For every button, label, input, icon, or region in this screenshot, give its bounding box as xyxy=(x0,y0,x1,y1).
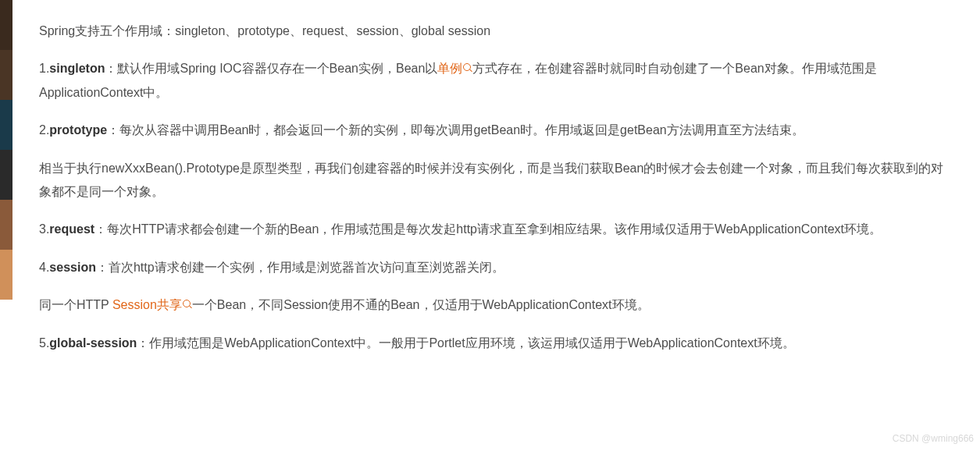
item-colon: ： xyxy=(94,222,107,236)
thumb-stub xyxy=(0,150,12,200)
item-colon: ： xyxy=(105,62,117,75)
item-text-pre: 默认作用域Spring IOC容器仅存在一个Bean实例，Bean以 xyxy=(117,62,437,75)
item-text: 作用域范围是WebApplicationContext中。一般用于Portlet… xyxy=(149,336,794,350)
link-text[interactable]: Session共享 xyxy=(112,298,182,311)
text-pre: 同一个HTTP xyxy=(39,298,109,311)
thumb-stub xyxy=(0,0,12,50)
item-text: 首次http请求创建一个实例，作用域是浏览器首次访问直至浏览器关闭。 xyxy=(109,261,504,274)
item-prototype: 2.prototype：每次从容器中调用Bean时，都会返回一个新的实例，即每次… xyxy=(39,119,953,142)
item-term: session xyxy=(49,261,96,274)
item-singleton: 1.singleton：默认作用域Spring IOC容器仅存在一个Bean实例… xyxy=(39,57,953,105)
item-colon: ： xyxy=(96,261,109,274)
sidebar-thumbnails xyxy=(0,0,12,451)
item-number: 3. xyxy=(39,222,49,236)
thumb-stub xyxy=(0,100,12,150)
item-term: request xyxy=(49,222,94,236)
search-icon[interactable] xyxy=(183,300,192,309)
text-post: 一个Bean，不同Session使用不通的Bean，仅适用于WebApplica… xyxy=(192,298,650,311)
item-number: 5. xyxy=(39,336,49,350)
item-term: prototype xyxy=(49,123,107,137)
thumb-stub xyxy=(0,50,12,100)
thumb-stub xyxy=(0,250,12,300)
intro-paragraph: Spring支持五个作用域：singleton、prototype、reques… xyxy=(39,20,953,43)
prototype-extra-paragraph: 相当于执行newXxxBean().Prototype是原型类型，再我们创建容器… xyxy=(39,157,953,204)
item-colon: ： xyxy=(137,336,149,350)
item-session: 4.session：首次http请求创建一个实例，作用域是浏览器首次访问直至浏览… xyxy=(39,256,953,279)
singleton-link-wrap[interactable]: 单例 xyxy=(437,62,472,75)
link-text[interactable]: 单例 xyxy=(437,62,462,75)
session-extra-paragraph: 同一个HTTP Session共享一个Bean，不同Session使用不通的Be… xyxy=(39,293,953,317)
article-body: Spring支持五个作用域：singleton、prototype、reques… xyxy=(0,0,980,385)
item-request: 3.request：每次HTTP请求都会创建一个新的Bean，作用域范围是每次发… xyxy=(39,218,953,241)
session-link-wrap[interactable]: Session共享 xyxy=(112,298,192,311)
search-icon[interactable] xyxy=(463,63,472,73)
item-number: 4. xyxy=(39,261,49,274)
item-text: 每次从容器中调用Bean时，都会返回一个新的实例，即每次调用getBean时。作… xyxy=(119,123,804,137)
item-number: 1. xyxy=(39,62,49,75)
item-colon: ： xyxy=(107,123,119,137)
item-term: global-session xyxy=(49,336,137,350)
watermark: CSDN @wming666 xyxy=(893,430,974,448)
thumb-stub xyxy=(0,200,12,250)
item-global-session: 5.global-session：作用域范围是WebApplicationCon… xyxy=(39,332,953,355)
item-term: singleton xyxy=(49,62,105,75)
item-number: 2. xyxy=(39,123,49,137)
item-text: 每次HTTP请求都会创建一个新的Bean，作用域范围是每次发起http请求直至拿… xyxy=(107,222,882,236)
